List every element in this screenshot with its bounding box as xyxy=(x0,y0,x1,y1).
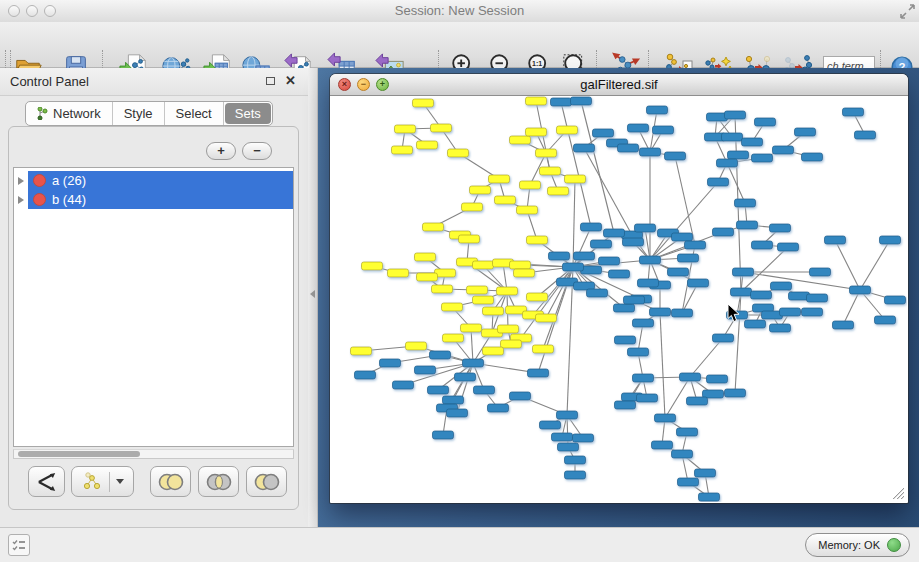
graph-node[interactable] xyxy=(351,347,372,355)
graph-node[interactable] xyxy=(795,128,816,136)
graph-node[interactable] xyxy=(614,304,635,312)
graph-node[interactable] xyxy=(771,282,792,290)
graph-node[interactable] xyxy=(652,441,673,449)
graph-node[interactable] xyxy=(552,433,573,441)
network-canvas[interactable] xyxy=(331,96,907,502)
graph-node[interactable] xyxy=(810,268,831,276)
graph-node[interactable] xyxy=(380,359,401,367)
intersection-button[interactable] xyxy=(198,466,239,497)
graph-node[interactable] xyxy=(731,288,752,296)
tab-style[interactable]: Style xyxy=(113,102,165,125)
graph-node[interactable] xyxy=(653,126,674,134)
close-panel-button[interactable]: ✕ xyxy=(285,73,296,89)
graph-node[interactable] xyxy=(483,347,504,355)
graph-node[interactable] xyxy=(527,293,548,301)
graph-node[interactable] xyxy=(680,373,701,381)
dropdown-arrow-icon[interactable] xyxy=(116,479,124,484)
fullscreen-icon[interactable] xyxy=(900,4,915,19)
graph-node[interactable] xyxy=(713,228,734,236)
graph-node[interactable] xyxy=(623,238,644,246)
graph-node[interactable] xyxy=(510,392,531,400)
graph-node[interactable] xyxy=(362,262,383,270)
graph-node[interactable] xyxy=(672,450,693,458)
graph-node[interactable] xyxy=(581,223,602,231)
graph-node[interactable] xyxy=(633,319,654,327)
graph-node[interactable] xyxy=(520,181,541,189)
graph-node[interactable] xyxy=(551,98,572,106)
graph-node[interactable] xyxy=(604,229,625,237)
tab-select[interactable]: Select xyxy=(165,102,224,125)
expand-icon[interactable] xyxy=(18,196,24,204)
graph-node[interactable] xyxy=(599,257,620,265)
graph-node[interactable] xyxy=(565,456,586,464)
graph-node[interactable] xyxy=(497,287,518,295)
graph-node[interactable] xyxy=(558,443,579,451)
graph-node[interactable] xyxy=(470,186,491,194)
graph-node[interactable] xyxy=(875,316,896,324)
graph-node[interactable] xyxy=(678,254,699,262)
scrollbar-thumb[interactable] xyxy=(18,451,140,457)
graph-node[interactable] xyxy=(533,345,554,353)
graph-node[interactable] xyxy=(672,309,693,317)
graph-node[interactable] xyxy=(462,203,483,211)
graph-node[interactable] xyxy=(640,148,661,156)
graph-node[interactable] xyxy=(461,324,482,332)
graph-node[interactable] xyxy=(591,240,612,248)
remove-set-button[interactable]: − xyxy=(242,142,272,160)
sets-list[interactable]: a (26) b (44) xyxy=(13,167,294,447)
set-row-b[interactable]: b (44) xyxy=(14,190,293,209)
expand-icon[interactable] xyxy=(18,177,24,185)
split-set-button[interactable] xyxy=(28,466,65,497)
graph-node[interactable] xyxy=(635,224,656,232)
graph-node[interactable] xyxy=(392,146,413,154)
graph-node[interactable] xyxy=(455,373,476,381)
graph-node[interactable] xyxy=(432,285,453,293)
graph-node[interactable] xyxy=(423,223,444,231)
graph-node[interactable] xyxy=(615,336,636,344)
graph-node[interactable] xyxy=(672,233,693,241)
graph-node[interactable] xyxy=(833,321,854,329)
graph-node[interactable] xyxy=(778,243,799,251)
add-set-button[interactable]: + xyxy=(206,142,236,160)
graph-node[interactable] xyxy=(431,124,452,132)
graph-node[interactable] xyxy=(489,175,510,183)
graph-node[interactable] xyxy=(752,154,773,162)
graph-node[interactable] xyxy=(430,351,451,359)
graph-node[interactable] xyxy=(463,359,484,367)
graph-node[interactable] xyxy=(770,324,791,332)
graph-node[interactable] xyxy=(413,99,434,107)
graph-node[interactable] xyxy=(843,108,864,116)
graph-node[interactable] xyxy=(495,196,516,204)
graph-node[interactable] xyxy=(442,303,463,311)
graph-node[interactable] xyxy=(549,252,570,260)
set-row-a[interactable]: a (26) xyxy=(14,171,293,190)
graph-node[interactable] xyxy=(510,136,531,144)
graph-node[interactable] xyxy=(565,471,586,479)
graph-node[interactable] xyxy=(655,414,676,422)
network-document-window[interactable]: × − + galFiltered.sif xyxy=(330,74,908,503)
graph-node[interactable] xyxy=(770,224,791,232)
graph-node[interactable] xyxy=(637,394,658,402)
graph-node[interactable] xyxy=(880,236,901,244)
graph-node[interactable] xyxy=(536,314,557,322)
graph-node[interactable] xyxy=(393,381,414,389)
graph-node[interactable] xyxy=(488,404,509,412)
graph-node[interactable] xyxy=(755,118,776,126)
graph-node[interactable] xyxy=(640,256,661,264)
graph-node[interactable] xyxy=(695,469,716,477)
graph-node[interactable] xyxy=(395,125,416,133)
graph-node[interactable] xyxy=(536,149,557,157)
graph-node[interactable] xyxy=(563,263,584,271)
graph-node[interactable] xyxy=(802,153,823,161)
network-view[interactable] xyxy=(331,96,907,502)
graph-node[interactable] xyxy=(355,371,376,379)
graph-node[interactable] xyxy=(825,236,846,244)
graph-node[interactable] xyxy=(687,397,708,405)
graph-node[interactable] xyxy=(850,286,871,294)
tab-network[interactable]: Network xyxy=(26,102,113,125)
graph-node[interactable] xyxy=(474,386,495,394)
graph-node[interactable] xyxy=(713,334,734,342)
graph-node[interactable] xyxy=(725,389,746,397)
graph-node[interactable] xyxy=(728,151,749,159)
graph-node[interactable] xyxy=(433,431,454,439)
